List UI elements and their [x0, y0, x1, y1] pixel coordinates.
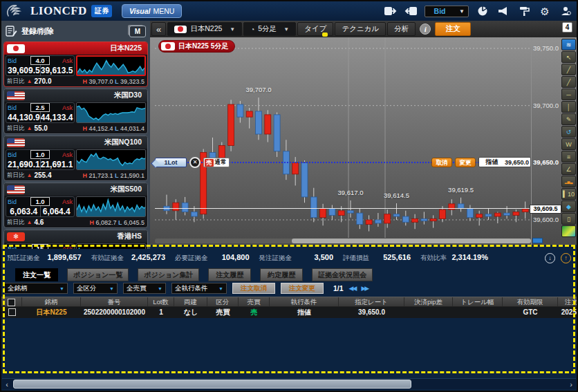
drawing-toolbar: ≋↖╱╱─│✎↺W≡∠▂▅▃▍10◆▯ [561, 39, 576, 237]
chart-area[interactable]: 日本N225 5分足 1Lot ✕ 売 通常 取消 変更 指値 39,650.0 [150, 37, 577, 245]
order-close-icon[interactable]: ✕ [189, 157, 201, 168]
metric-value: 3,500 [296, 253, 333, 261]
visual-menu-button[interactable]: Visual MENU [122, 4, 182, 18]
column-header: 区分 [207, 297, 239, 306]
account-metric: 発注証拠金3,500 [259, 253, 334, 263]
eraser-icon[interactable]: ◆ [561, 200, 576, 212]
filter-dropdown-2[interactable]: 全区分▼ [73, 283, 118, 294]
ask-price[interactable]: 21,691.1 [40, 159, 73, 170]
change-label: 前日比 [7, 171, 25, 180]
order-modify-button[interactable]: 変更 [455, 158, 476, 167]
symbol-dropdown[interactable]: 日本N225 ▼ [167, 22, 242, 36]
next-page-icon[interactable]: ▶▶ [361, 285, 368, 292]
tab-ポジション一覧[interactable]: ポジション一覧 [67, 268, 129, 281]
tab-ポジション集計[interactable]: ポジション集計 [138, 268, 199, 281]
undo-icon[interactable]: ↺ [561, 126, 576, 138]
watchlist-item-s500[interactable]: 米国S500Bid1.0Ask6,063.46,064.4前日比▲4.6H 6,… [3, 183, 148, 228]
trash-icon[interactable]: ▯ [561, 213, 576, 225]
pie-chart-icon[interactable] [476, 5, 490, 17]
vertical-line-icon[interactable]: │ [561, 101, 576, 113]
chart-scrollbar-thumb[interactable] [292, 239, 531, 243]
horizontal-line-icon[interactable]: ─ [561, 88, 576, 100]
fan-lines-icon[interactable]: ∠ [561, 163, 576, 175]
filter-dropdown-4[interactable]: 全執行条件▼ [171, 283, 227, 294]
scrollbar-thumb[interactable] [13, 380, 411, 389]
gear-icon[interactable]: ⚙ [538, 5, 552, 17]
register-list-icon[interactable] [6, 26, 17, 37]
quote-panel[interactable]: Bid1.0Ask6,063.46,064.4 [6, 196, 75, 217]
horizontal-scrollbar[interactable]: ‹ › [2, 378, 576, 389]
scroll-right-icon[interactable]: › [566, 380, 576, 389]
info-icon[interactable]: i [420, 24, 431, 35]
quote-panel[interactable]: Bid2.5Ask44,130.944,133.4 [6, 102, 75, 123]
orders-tabs: 注文一覧ポジション一覧ポジション集計注文履歴約定履歴証拠金状況照会 [15, 268, 373, 281]
chart-type-button[interactable]: タイプ [297, 22, 333, 36]
pattern-bars-icon[interactable]: ▂▅▃ [561, 176, 576, 187]
bid-price[interactable]: 39,609.5 [8, 65, 40, 76]
instrument-header: 日本N225 [4, 42, 147, 55]
order-cancel-action-button[interactable]: 注文取消 [232, 283, 275, 294]
lion-logo-icon [6, 3, 26, 19]
price-alert-icon[interactable]: ≋ [561, 39, 576, 50]
bid-ask-selector[interactable]: Bid ▼ [425, 6, 469, 17]
paint-roller-icon[interactable] [517, 5, 531, 17]
quote-panel[interactable]: Bid4.0Ask39,609.539,613.5 [6, 55, 75, 76]
ask-price[interactable]: 6,064.4 [40, 206, 73, 217]
zigzag-icon[interactable]: W [561, 138, 576, 150]
tab-注文一覧[interactable]: 注文一覧 [15, 268, 58, 281]
bar-count-icon[interactable]: ▍10 [561, 188, 576, 200]
chart-scroll-button[interactable] [532, 238, 543, 243]
timeframe-dropdown[interactable]: ◔ 5分足 ▼ [243, 22, 296, 36]
technical-button[interactable]: テクニカル [335, 22, 386, 36]
instrument-header: 米国D30 [4, 89, 147, 102]
bid-price[interactable]: 21,690.1 [8, 159, 40, 170]
up-triangle-icon: ▲ [27, 219, 32, 225]
expand-panel-up-icon[interactable]: ↑ [561, 253, 571, 263]
prev-page-icon[interactable]: ◀◀ [349, 285, 356, 292]
watchlist-item-n225[interactable]: 日本N225Bid4.0Ask39,609.539,613.5前日比▲270.0… [3, 41, 148, 87]
megaphone-icon[interactable] [496, 5, 510, 17]
quote-panel[interactable]: Bid1.0Ask21,690.121,691.1 [6, 149, 75, 170]
bid-price[interactable]: 44,130.9 [8, 112, 40, 123]
row-checkbox[interactable] [8, 308, 16, 316]
quote-panel[interactable]: Bid15Ask [6, 243, 75, 249]
trend-line-icon[interactable]: ╱ [561, 64, 576, 75]
bid-price[interactable]: 6,063.4 [8, 206, 40, 217]
order-cancel-button[interactable]: 取消 [431, 158, 452, 167]
order-lot-tag[interactable]: 1Lot [155, 158, 187, 167]
tab-証拠金状況照会[interactable]: 証拠金状況照会 [312, 268, 373, 281]
watchlist-item-d30[interactable]: 米国D30Bid2.5Ask44,130.944,133.4前日比▲55.0H … [3, 88, 148, 134]
user-search-icon[interactable] [559, 5, 572, 17]
ask-price[interactable]: 44,133.4 [40, 112, 73, 123]
filter-dropdown-1[interactable]: 全銘柄▼ [4, 283, 68, 294]
column-header: 売買 [239, 297, 270, 306]
order-rate-box[interactable]: 指値 39,650.0 [478, 157, 531, 167]
order-button[interactable]: 注文 [435, 22, 471, 36]
chart-scrollbar[interactable] [155, 239, 531, 243]
export-window-icon[interactable] [383, 5, 397, 17]
tab-注文履歴[interactable]: 注文履歴 [208, 268, 251, 281]
tab-約定履歴[interactable]: 約定履歴 [260, 268, 303, 281]
import-window-icon[interactable] [404, 5, 418, 17]
bid-label: Bid [8, 198, 30, 205]
cursor-icon[interactable]: ↖ [561, 51, 576, 63]
line-color-icon[interactable] [561, 225, 576, 237]
column-header: 決済pip差 [404, 297, 453, 306]
bid-label: Bid [8, 151, 30, 158]
select-all-checkbox[interactable] [8, 299, 15, 306]
freehand-draw-icon[interactable]: ✎ [561, 113, 576, 125]
collapse-panel-down-icon[interactable]: ↓ [545, 253, 555, 263]
window-number-badge: 4 [562, 22, 572, 32]
watchlist-item-nq100[interactable]: 米国NQ100Bid1.0Ask21,690.121,691.1前日比▲255.… [3, 136, 148, 181]
scroll-left-icon[interactable]: ‹ [2, 380, 12, 389]
collapse-panel-button[interactable]: « [151, 22, 166, 36]
mini-mode-button[interactable]: M [129, 26, 146, 37]
fibonacci-lines-icon[interactable]: ≡ [561, 151, 576, 162]
filter-dropdown-3[interactable]: 全売買▼ [123, 283, 166, 294]
analysis-button[interactable]: 分析 [387, 22, 416, 36]
scrollbar-track[interactable] [12, 380, 566, 389]
watchlist-item-hk[interactable]: ✻香港HSBid15Ask前日比 [3, 230, 148, 249]
segment-line-icon[interactable]: ╱ [561, 76, 576, 88]
ask-price[interactable]: 39,613.5 [40, 65, 73, 76]
order-modify-action-button[interactable]: 注文変更 [281, 283, 324, 294]
